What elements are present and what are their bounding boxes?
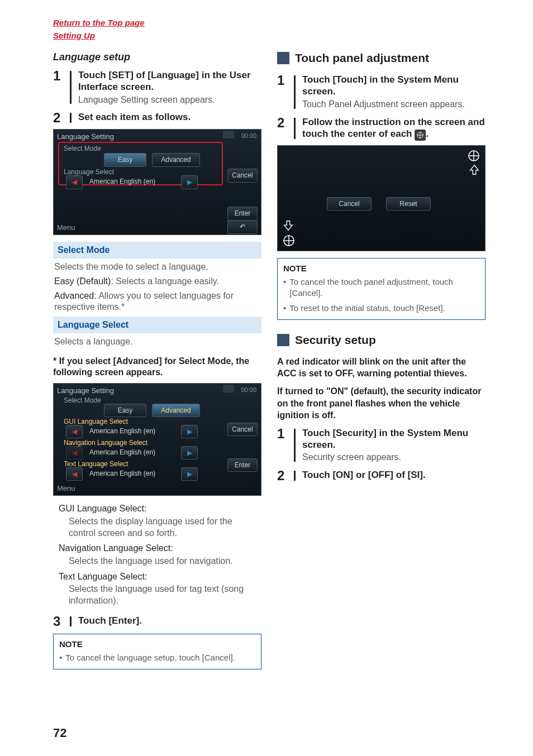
- language-select-desc: Selects a language.: [54, 336, 260, 348]
- step-3-title: Touch [Enter].: [78, 615, 261, 626]
- sec-step-1-title: Touch [Security] in the System Menu scre…: [302, 427, 486, 451]
- reset-button[interactable]: Reset: [386, 197, 431, 210]
- select-mode-label: Select Mode: [64, 144, 101, 153]
- advanced-button[interactable]: Advanced: [152, 404, 200, 417]
- menu-label: Menu: [57, 223, 75, 233]
- language-value: American English (en): [89, 448, 155, 457]
- ss-title: Language Setting: [57, 386, 114, 396]
- target-icon: [415, 130, 426, 141]
- nav-desc: Selects the language used for navigation…: [69, 556, 261, 567]
- menu-label: Menu: [57, 484, 75, 494]
- step-bar: [70, 71, 72, 104]
- security-paragraph-1: A red indicator will blink on the unit a…: [277, 356, 486, 380]
- step-1-title: Touch [SET] of [Language] in the User In…: [78, 69, 261, 93]
- step-bar: [294, 118, 296, 139]
- nav-term: Navigation Language Select:: [59, 542, 261, 554]
- next-arrow-button[interactable]: ▶: [181, 446, 198, 460]
- step-number: 1: [277, 427, 289, 441]
- language-value: American English (en): [89, 177, 155, 186]
- easy-button[interactable]: Easy: [104, 404, 146, 417]
- touch-panel-screenshot: Cancel Reset: [277, 145, 486, 251]
- music-icon: [223, 131, 234, 138]
- enter-button[interactable]: Enter: [227, 458, 258, 472]
- cancel-button[interactable]: Cancel: [227, 169, 258, 182]
- definitions-list: GUI Language Select: Selects the display…: [59, 503, 261, 607]
- prev-arrow-button[interactable]: ◀: [66, 467, 83, 481]
- note-item: To cancel the touch panel adjustment, to…: [283, 276, 479, 298]
- step-number: 3: [53, 615, 65, 628]
- right-column: Touch panel adjustment 1 Touch [Touch] i…: [277, 50, 486, 669]
- ss-title: Language Setting: [57, 132, 114, 142]
- next-arrow-button[interactable]: ▶: [181, 467, 198, 481]
- target-icon: [467, 149, 480, 162]
- tp-step-1-title: Touch [Touch] in the System Menu screen.: [302, 74, 486, 98]
- tp-step-1: 1 Touch [Touch] in the System Menu scree…: [277, 74, 486, 110]
- next-arrow-button[interactable]: ▶: [181, 425, 198, 438]
- up-arrow-icon: [468, 164, 480, 176]
- tp-step-2: 2 Follow the instruction on the screen a…: [277, 116, 486, 141]
- select-mode-label: Select Mode: [64, 396, 101, 405]
- touch-panel-header: Touch panel adjustment: [277, 50, 486, 66]
- select-mode-subheader: Select Mode: [53, 242, 261, 259]
- step-number: 2: [277, 116, 289, 130]
- note-box-left: NOTE To cancel the language setup, touch…: [53, 634, 261, 669]
- section-square-icon: [277, 334, 289, 346]
- setting-up-link[interactable]: Setting Up: [53, 31, 95, 40]
- security-setup-title: Security setup: [295, 332, 376, 348]
- language-setup-heading: Language setup: [53, 50, 261, 64]
- music-icon: [223, 385, 234, 393]
- next-arrow-button[interactable]: ▶: [181, 175, 198, 189]
- sec-step-2: 2 Touch [ON] or [OFF] of [SI].: [277, 469, 486, 482]
- enter-button[interactable]: Enter: [227, 207, 258, 220]
- asterisk-note: * If you select [Advanced] for Select Mo…: [53, 356, 261, 379]
- step-2: 2 Set each item as follows.: [53, 111, 261, 125]
- page-number: 72: [53, 725, 66, 741]
- security-paragraph-2: If turned to "ON" (default), the securit…: [277, 385, 486, 422]
- return-link[interactable]: Return to the Top page: [53, 18, 145, 27]
- prev-arrow-button[interactable]: ◀: [66, 446, 83, 460]
- step-bar: [294, 429, 296, 462]
- advanced-button[interactable]: Advanced: [152, 153, 200, 166]
- language-value: American English (en): [89, 469, 155, 478]
- ss-clock: 00:00: [241, 386, 256, 394]
- note-box-right: NOTE To cancel the touch panel adjustmen…: [277, 258, 486, 320]
- sec-step-2-title: Touch [ON] or [OFF] of [SI].: [302, 469, 486, 481]
- step-bar: [70, 616, 72, 626]
- step-bar: [70, 113, 72, 123]
- step-number: 2: [53, 111, 65, 125]
- security-setup-header: Security setup: [277, 332, 486, 348]
- gui-desc: Selects the display language used for th…: [69, 516, 261, 539]
- note-title: NOTE: [283, 263, 479, 274]
- top-links: Return to the Top page Setting Up: [53, 17, 486, 42]
- language-value: American English (en): [89, 427, 155, 436]
- sec-step-1-sub: Security screen appears.: [302, 452, 486, 463]
- sec-step-1: 1 Touch [Security] in the System Menu sc…: [277, 427, 486, 463]
- language-select-subheader: Language Select: [53, 317, 261, 333]
- target-icon: [282, 234, 296, 247]
- note-item: To reset to the initial status, touch [R…: [283, 303, 479, 314]
- advanced-line: Advanced: Allows you to select languages…: [54, 290, 260, 314]
- cancel-button[interactable]: Cancel: [327, 197, 372, 210]
- down-arrow-icon: [282, 219, 294, 232]
- language-setting-screenshot-easy: Language Setting 00:00 Select Mode Easy …: [53, 129, 261, 235]
- step-3: 3 Touch [Enter].: [53, 615, 261, 628]
- gui-term: GUI Language Select:: [59, 503, 261, 515]
- step-bar: [294, 75, 296, 108]
- step-1: 1 Touch [SET] of [Language] in the User …: [53, 69, 261, 106]
- note-item: To cancel the language setup, touch [Can…: [59, 652, 255, 663]
- step-2-title: Set each item as follows.: [78, 111, 261, 123]
- cancel-button[interactable]: Cancel: [227, 423, 258, 436]
- prev-arrow-button[interactable]: ◀: [66, 175, 83, 189]
- note-title: NOTE: [59, 639, 255, 650]
- step-number: 2: [277, 469, 289, 482]
- ss-clock: 00:00: [241, 132, 256, 140]
- select-mode-desc: Selects the mode to select a language.: [54, 261, 260, 273]
- easy-button[interactable]: Easy: [104, 153, 146, 166]
- left-column: Language setup 1 Touch [SET] of [Languag…: [53, 50, 261, 669]
- back-button[interactable]: ↶: [227, 220, 258, 233]
- tp-step-1-sub: Touch Panel Adjustment screen appears.: [302, 99, 486, 111]
- tp-step-2-title: Follow the instruction on the screen and…: [302, 116, 486, 141]
- text-desc: Selects the language used for tag text (…: [69, 583, 261, 607]
- touch-panel-title: Touch panel adjustment: [295, 50, 429, 66]
- prev-arrow-button[interactable]: ◀: [66, 425, 83, 438]
